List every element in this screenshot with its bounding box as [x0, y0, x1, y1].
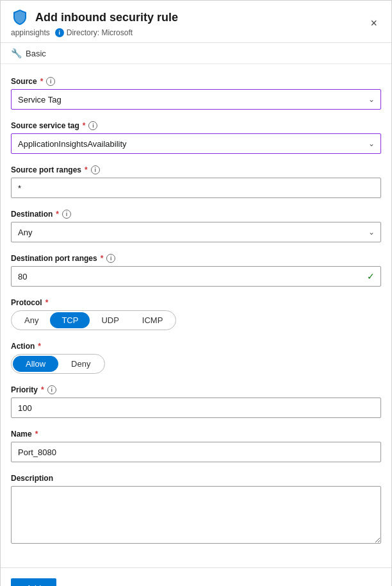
source-service-tag-label: Source service tag * i — [11, 121, 381, 130]
name-label: Name * — [11, 430, 381, 439]
priority-group: Priority * i — [11, 385, 381, 418]
source-service-tag-select-wrapper: ApplicationInsightsAvailability ⌄ — [11, 133, 381, 154]
source-service-tag-required: * — [83, 121, 86, 130]
wrench-icon: 🔧 — [11, 48, 22, 58]
description-textarea[interactable] — [11, 486, 381, 544]
source-service-tag-select[interactable]: ApplicationInsightsAvailability — [11, 133, 381, 154]
name-required: * — [35, 430, 38, 439]
destination-select-wrapper: Any IP Addresses Service Tag Application… — [11, 222, 381, 242]
destination-port-ranges-group: Destination port ranges * i ✓ — [11, 254, 381, 287]
destination-port-ranges-label: Destination port ranges * i — [11, 254, 381, 263]
source-service-tag-info-icon[interactable]: i — [88, 121, 97, 130]
destination-port-ranges-input[interactable] — [11, 266, 381, 287]
destination-group: Destination * i Any IP Addresses Service… — [11, 210, 381, 242]
breadcrumb-bar: 🔧 Basic — [1, 43, 391, 64]
source-info-icon[interactable]: i — [46, 77, 55, 86]
source-service-tag-group: Source service tag * i ApplicationInsigh… — [11, 121, 381, 154]
protocol-toggle-group: Any TCP UDP ICMP — [11, 310, 176, 330]
panel-header: Add inbound security rule appinsights i … — [1, 1, 391, 43]
priority-required: * — [41, 385, 44, 394]
check-icon: ✓ — [367, 271, 375, 281]
priority-label: Priority * i — [11, 385, 381, 394]
protocol-tcp-button[interactable]: TCP — [50, 312, 90, 328]
protocol-required: * — [45, 298, 49, 307]
action-toggle-group: Allow Deny — [11, 354, 105, 374]
app-name: appinsights — [11, 28, 50, 37]
add-button[interactable]: Add — [11, 578, 56, 586]
panel-footer: Add — [1, 567, 391, 586]
protocol-any-button[interactable]: Any — [13, 312, 50, 328]
description-label: Description — [11, 474, 381, 483]
destination-port-input-wrapper: ✓ — [11, 266, 381, 287]
destination-port-info-icon[interactable]: i — [106, 254, 115, 263]
name-group: Name * — [11, 430, 381, 462]
header-left: Add inbound security rule appinsights i … — [11, 8, 178, 37]
destination-info-icon[interactable]: i — [62, 210, 71, 219]
breadcrumb-label: Basic — [26, 49, 46, 58]
priority-info-icon[interactable]: i — [47, 385, 56, 394]
action-deny-button[interactable]: Deny — [58, 356, 103, 372]
destination-required: * — [56, 210, 59, 219]
directory-info: i Directory: Microsoft — [55, 28, 133, 37]
header-subtitle: appinsights i Directory: Microsoft — [11, 28, 178, 37]
priority-input[interactable] — [11, 398, 381, 418]
action-required: * — [38, 342, 41, 351]
description-group: Description — [11, 474, 381, 546]
source-required: * — [40, 77, 44, 86]
action-label: Action * — [11, 342, 381, 351]
destination-port-required: * — [101, 254, 104, 263]
directory-icon: i — [55, 28, 64, 37]
source-port-ranges-group: Source port ranges * i — [11, 165, 381, 198]
name-input[interactable] — [11, 442, 381, 462]
header-title-row: Add inbound security rule — [11, 8, 178, 26]
source-group: Source * i Service Tag Any IP Addresses … — [11, 77, 381, 110]
source-select-wrapper: Service Tag Any IP Addresses Application… — [11, 89, 381, 110]
source-select[interactable]: Service Tag Any IP Addresses Application… — [11, 89, 381, 110]
destination-label: Destination * i — [11, 210, 381, 219]
shield-icon — [11, 8, 29, 26]
directory-label: Directory: Microsoft — [67, 28, 133, 37]
close-button[interactable]: × — [366, 15, 381, 31]
action-allow-button[interactable]: Allow — [13, 356, 58, 372]
source-label: Source * i — [11, 77, 381, 86]
panel-title: Add inbound security rule — [35, 11, 178, 24]
destination-select[interactable]: Any IP Addresses Service Tag Application… — [11, 222, 381, 242]
source-port-ranges-label: Source port ranges * i — [11, 165, 381, 174]
add-inbound-rule-panel: Add inbound security rule appinsights i … — [0, 0, 392, 586]
form-body: Source * i Service Tag Any IP Addresses … — [1, 64, 391, 567]
protocol-udp-button[interactable]: UDP — [90, 312, 130, 328]
source-port-info-icon[interactable]: i — [91, 165, 100, 174]
action-group: Action * Allow Deny — [11, 342, 381, 374]
protocol-icmp-button[interactable]: ICMP — [131, 312, 175, 328]
source-port-ranges-input[interactable] — [11, 178, 381, 198]
protocol-label: Protocol * — [11, 298, 381, 307]
source-port-required: * — [85, 165, 88, 174]
protocol-group: Protocol * Any TCP UDP ICMP — [11, 298, 381, 330]
